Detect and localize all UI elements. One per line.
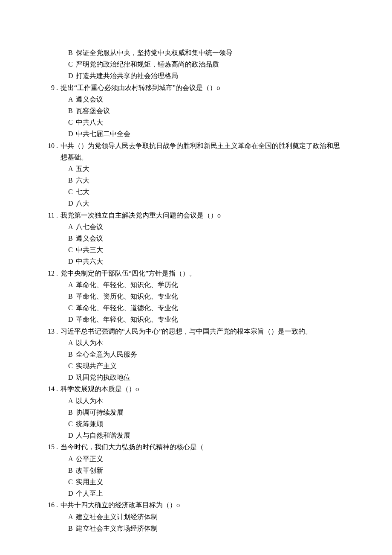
options: A 建立社会主义计划经济体制 B 建立社会主义市场经济体制	[43, 511, 341, 534]
question-10: 10 . 中共（）为党领导人民去争取抗日战争的胜利和新民主主义革命在全国的胜利奠…	[43, 140, 341, 209]
question-stem: 10 . 中共（）为党领导人民去争取抗日战争的胜利和新民主主义革命在全国的胜利奠…	[43, 140, 341, 163]
option-letter: A	[68, 511, 76, 523]
option-text: 中共三大	[76, 244, 341, 256]
option-a: A 革命化、年轻化、知识化、学历化	[68, 279, 341, 291]
option-letter: C	[68, 116, 76, 128]
option-letter: B	[68, 465, 76, 476]
question-text: 中共（）为党领导人民去争取抗日战争的胜利和新民主主义革命在全国的胜利奠定了政治和…	[61, 140, 341, 163]
option-text: 瓦窑堡会议	[76, 105, 341, 116]
option-a: A 遵义会议	[68, 93, 341, 105]
option-text: 六大	[76, 174, 341, 186]
question-stem: 16 . 中共十四大确立的经济改革目标为（）o	[43, 499, 341, 511]
question-number: 14 .	[43, 383, 61, 395]
question-16: 16 . 中共十四大确立的经济改革目标为（）o A 建立社会主义计划经济体制 B…	[43, 499, 341, 534]
option-c: C 革命化、年轻化、道德化、专业化	[68, 302, 341, 314]
options: A 以人为本 B 协调可持续发展 C 统筹兼顾 D 人与自然和谐发展	[43, 395, 341, 442]
option-text: 打造共建共治共享的社会治理格局	[76, 70, 341, 81]
option-letter: C	[68, 186, 76, 198]
option-letter: D	[68, 430, 76, 441]
option-letter: B	[68, 105, 76, 116]
option-letter: C	[68, 476, 76, 488]
question-text: 当今时代，我们大力弘扬的时代精神的核心是（	[61, 441, 341, 453]
option-text: 实现共产主义	[76, 360, 341, 372]
options: A 五大 B 六大 C 七大 D 八大	[43, 163, 341, 209]
option-text: 中共七届二中全会	[76, 128, 341, 139]
question-number: 11 .	[43, 209, 61, 221]
question-text: 习近平总书记强调的“人民为中心”的思想，与中国共产党的根本宗旨（）是一致的。	[61, 325, 341, 337]
option-b: B 协调可持续发展	[68, 407, 341, 418]
option-letter: D	[68, 70, 76, 81]
option-a: A 五大	[68, 163, 341, 174]
option-c: C 实用主义	[68, 476, 341, 488]
option-d: D 打造共建共治共享的社会治理格局	[68, 70, 341, 81]
question-text: 中共十四大确立的经济改革目标为（）o	[61, 499, 341, 511]
option-c: C 中共八大	[68, 116, 341, 128]
question-number: 15 .	[43, 441, 61, 453]
option-text: 革命化、资历化、知识化、专业化	[76, 291, 341, 302]
option-text: 八七会议	[76, 221, 341, 232]
question-text: 我党第一次独立自主解决党内重大问题的会议是（）o	[61, 209, 341, 221]
option-text: 建立社会主义计划经济体制	[76, 511, 341, 523]
option-text: 保证全党服从中央，坚持党中央权威和集中统一领导	[76, 47, 341, 58]
option-d: D 中共六大	[68, 256, 341, 267]
question-12: 12 . 党中央制定的干部队伍“四化”方针是指（）。 A 革命化、年轻化、知识化…	[43, 267, 341, 325]
question-number: 12 .	[43, 267, 61, 279]
question-text: 提出“工作重心必须由农村转移到城市”的会议是（）o	[61, 82, 341, 93]
option-letter: A	[68, 163, 76, 174]
option-text: 以人为本	[76, 395, 341, 407]
option-letter: A	[68, 395, 76, 407]
option-letter: D	[68, 314, 76, 325]
option-text: 革命化、年轻化、道德化、专业化	[76, 302, 341, 314]
option-letter: D	[68, 256, 76, 267]
option-c: C 严明党的政治纪律和规矩，锤炼高尚的政治品质	[68, 58, 341, 70]
option-letter: C	[68, 418, 76, 430]
question-15: 15 . 当今时代，我们大力弘扬的时代精神的核心是（ A 公平正义 B 改革创新…	[43, 441, 341, 499]
question-stem: 11 . 我党第一次独立自主解决党内重大问题的会议是（）o	[43, 209, 341, 221]
question-text: 党中央制定的干部队伍“四化”方针是指（）。	[61, 267, 341, 279]
options: A 革命化、年轻化、知识化、学历化 B 革命化、资历化、知识化、专业化 C 革命…	[43, 279, 341, 325]
option-b: B 革命化、资历化、知识化、专业化	[68, 291, 341, 302]
option-c: C 中共三大	[68, 244, 341, 256]
option-letter: B	[68, 523, 76, 534]
option-a: A 建立社会主义计划经济体制	[68, 511, 341, 523]
option-d: D 八大	[68, 198, 341, 209]
option-text: 建立社会主义市场经济体制	[76, 523, 341, 534]
option-letter: B	[68, 174, 76, 186]
option-text: 革命化、年轻化、知识化、学历化	[76, 279, 341, 291]
option-letter: C	[68, 58, 76, 70]
option-letter: B	[68, 47, 76, 58]
option-a: A 以人为本	[68, 395, 341, 407]
option-text: 八大	[76, 198, 341, 209]
question-number: 9 .	[43, 82, 61, 93]
options: A 公平正义 B 改革创新 C 实用主义 D 个人至上	[43, 453, 341, 500]
question-9: 9 . 提出“工作重心必须由农村转移到城市”的会议是（）o A 遵义会议 B 瓦…	[43, 82, 341, 140]
option-letter: B	[68, 407, 76, 418]
option-b: B 改革创新	[68, 465, 341, 476]
option-text: 改革创新	[76, 465, 341, 476]
options: A 以人为本 B 全心全意为人民服务 C 实现共产主义 D 巩固党的执政地位	[43, 337, 341, 384]
option-text: 公平正义	[76, 453, 341, 465]
question-stem: 15 . 当今时代，我们大力弘扬的时代精神的核心是（	[43, 441, 341, 453]
option-b: B 六大	[68, 174, 341, 186]
option-text: 五大	[76, 163, 341, 174]
option-letter: D	[68, 372, 76, 383]
option-letter: C	[68, 302, 76, 314]
question-number: 13 .	[43, 325, 61, 337]
option-c: C 统筹兼顾	[68, 418, 341, 430]
question-stem: 13 . 习近平总书记强调的“人民为中心”的思想，与中国共产党的根本宗旨（）是一…	[43, 325, 341, 337]
question-text: 科学发展观的本质是（）o	[61, 383, 341, 395]
question-13: 13 . 习近平总书记强调的“人民为中心”的思想，与中国共产党的根本宗旨（）是一…	[43, 325, 341, 384]
option-letter: C	[68, 360, 76, 372]
option-c: C 实现共产主义	[68, 360, 341, 372]
question-stem: 9 . 提出“工作重心必须由农村转移到城市”的会议是（）o	[43, 82, 341, 93]
option-text: 全心全意为人民服务	[76, 349, 341, 360]
option-letter: A	[68, 93, 76, 105]
option-text: 中共六大	[76, 256, 341, 267]
option-letter: A	[68, 337, 76, 349]
option-text: 人与自然和谐发展	[76, 430, 341, 441]
option-d: D 人与自然和谐发展	[68, 430, 341, 441]
option-a: A 八七会议	[68, 221, 341, 232]
option-a: A 以人为本	[68, 337, 341, 349]
option-b: B 建立社会主义市场经济体制	[68, 523, 341, 534]
option-text: 统筹兼顾	[76, 418, 341, 430]
